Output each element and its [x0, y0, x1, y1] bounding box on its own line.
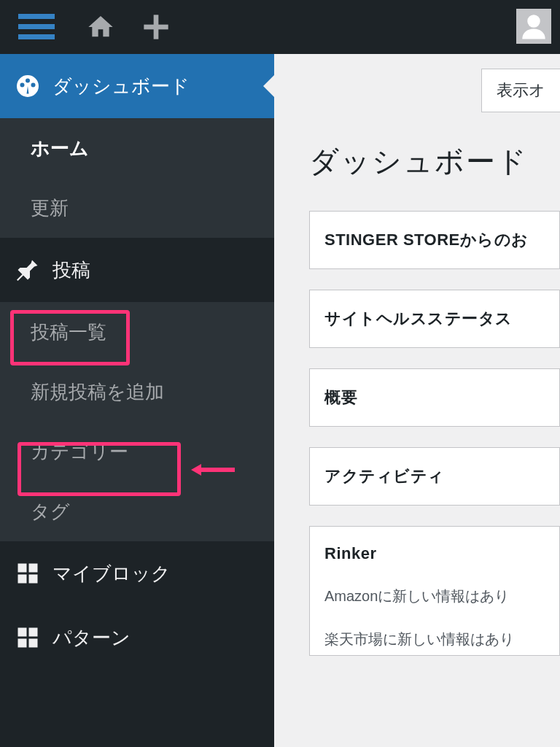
svg-rect-8 [18, 575, 27, 584]
svg-rect-7 [29, 564, 38, 573]
svg-rect-1 [18, 24, 55, 29]
admin-topbar [0, 0, 560, 54]
grid-icon [15, 560, 41, 587]
screen-options-button[interactable]: 表示オ [481, 69, 560, 112]
admin-sidebar: ダッシュボード ホーム 更新 投稿 投稿一覧 新規投稿を追加 カテゴリー タグ [0, 54, 274, 747]
svg-rect-2 [18, 34, 55, 39]
widget-text: 楽天市場に新しい情報はあり [324, 630, 545, 649]
svg-rect-13 [29, 639, 38, 648]
sidebar-item-label: カテゴリー [31, 439, 128, 465]
widget-title: サイトヘルスステータス [324, 308, 545, 330]
home-icon [86, 12, 115, 42]
svg-rect-9 [29, 575, 38, 584]
sidebar-item-dashboard[interactable]: ダッシュボード [0, 54, 274, 118]
sidebar-item-label: 投稿 [52, 258, 90, 283]
sidebar-item-label: ダッシュボード [52, 74, 190, 99]
visit-site-button[interactable] [73, 0, 128, 54]
sidebar-item-label: パターン [52, 625, 131, 651]
widget-title: STINGER STOREからのお [324, 229, 545, 251]
sidebar-item-posts[interactable]: 投稿 [0, 238, 274, 302]
plus-icon [141, 12, 171, 42]
svg-rect-11 [29, 628, 38, 637]
widget-stinger[interactable]: STINGER STOREからのお [309, 211, 560, 269]
person-icon [518, 11, 549, 42]
widget-title: 概要 [324, 387, 545, 409]
sidebar-item-label: タグ [31, 499, 70, 525]
add-new-button[interactable] [128, 0, 184, 54]
sidebar-subitem-all-posts[interactable]: 投稿一覧 [0, 302, 274, 362]
svg-rect-4 [144, 25, 168, 30]
svg-rect-0 [18, 14, 55, 19]
grid-icon [15, 624, 41, 651]
sidebar-subitem-home[interactable]: ホーム [0, 118, 274, 178]
widget-activity[interactable]: アクティビティ [309, 447, 560, 506]
widget-text: Amazonに新しい情報はあり [324, 587, 545, 606]
sidebar-item-pattern[interactable]: パターン [0, 605, 274, 670]
widget-health[interactable]: サイトヘルスステータス [309, 290, 560, 348]
sidebar-item-myblock[interactable]: マイブロック [0, 541, 274, 605]
sidebar-item-label: 更新 [31, 196, 69, 221]
svg-point-5 [527, 15, 540, 28]
widget-title: アクティビティ [324, 465, 545, 487]
svg-rect-12 [18, 639, 27, 648]
widget-rinker[interactable]: Rinker Amazonに新しい情報はあり 楽天市場に新しい情報はあり [309, 526, 560, 656]
main-content: 表示オ ダッシュボード STINGER STOREからのお サイトヘルスステータ… [274, 54, 560, 747]
widget-title: Rinker [324, 544, 545, 563]
sidebar-subitem-categories[interactable]: カテゴリー [0, 422, 274, 481]
svg-rect-10 [18, 628, 27, 637]
pin-icon [15, 257, 41, 283]
dashboard-icon [15, 73, 41, 99]
sidebar-subitem-tags[interactable]: タグ [0, 481, 274, 541]
hamburger-icon [18, 14, 55, 40]
screen-options-label: 表示オ [497, 81, 545, 99]
sidebar-subitem-new-post[interactable]: 新規投稿を追加 [0, 362, 274, 422]
user-avatar[interactable] [516, 9, 551, 44]
svg-rect-6 [18, 564, 27, 573]
sidebar-subitem-updates[interactable]: 更新 [0, 178, 274, 238]
sidebar-item-label: マイブロック [52, 561, 171, 587]
sidebar-item-label: 投稿一覧 [31, 320, 106, 345]
menu-toggle-button[interactable] [0, 0, 73, 54]
widget-overview[interactable]: 概要 [309, 368, 560, 427]
sidebar-item-label: 新規投稿を追加 [31, 379, 164, 405]
sidebar-item-label: ホーム [31, 136, 89, 161]
